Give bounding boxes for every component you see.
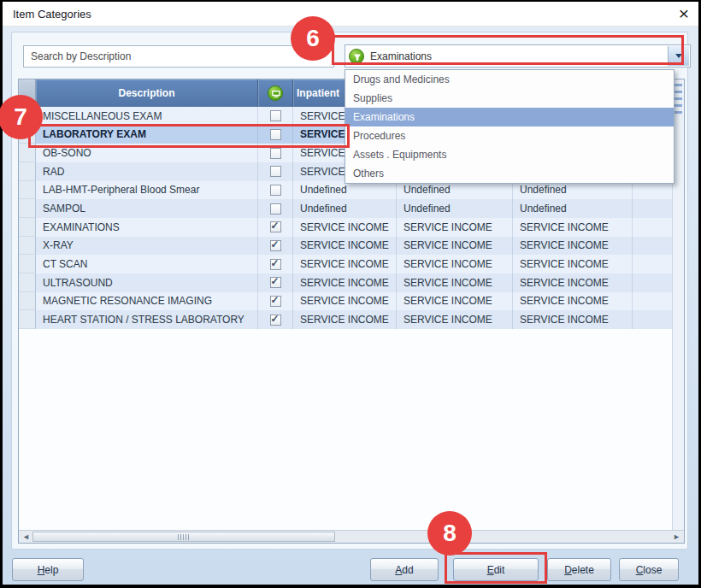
cell-checkbox[interactable] <box>258 199 293 218</box>
table-row[interactable]: ULTRASOUND SERVICE INCOME SERVICE INCOME… <box>19 273 674 292</box>
cell-empty <box>633 310 674 329</box>
vertical-scrollbar-thumb[interactable] <box>674 84 682 116</box>
table-row[interactable]: CT SCAN SERVICE INCOME SERVICE INCOME SE… <box>19 255 674 273</box>
cell-description[interactable]: SAMPOL <box>36 199 258 218</box>
cell-value[interactable]: SERVICE INCOME <box>397 310 513 329</box>
checkbox-icon[interactable] <box>270 166 281 177</box>
monitor-icon <box>268 85 283 101</box>
cell-description[interactable]: HEART STATION / STRESS LABORATORY <box>36 310 258 329</box>
cell-checkbox[interactable] <box>258 255 293 273</box>
checkbox-checked-icon[interactable] <box>270 277 281 288</box>
checkbox-checked-icon[interactable] <box>270 315 281 326</box>
cell-value[interactable]: SERVICE INCOME <box>397 255 513 273</box>
cell-empty <box>633 237 674 256</box>
cell-value[interactable]: SERVICE INCOME <box>397 218 513 237</box>
cell-description[interactable]: X-RAY <box>36 237 258 256</box>
scrollbar-grip-icon <box>178 534 190 540</box>
row-indicator <box>19 237 36 256</box>
row-indicator <box>19 255 36 273</box>
table-row[interactable]: EXAMINATIONS SERVICE INCOME SERVICE INCO… <box>19 218 674 237</box>
cell-description[interactable]: LAB-HMT-Peripheral Blood Smear <box>36 181 258 200</box>
row-indicator <box>19 199 36 218</box>
dropdown-option[interactable]: Others <box>345 164 674 183</box>
dropdown-option-selected[interactable]: Examinations <box>345 108 674 126</box>
cell-value[interactable]: SERVICE INCOME <box>397 237 513 256</box>
table-row[interactable]: HEART STATION / STRESS LABORATORY SERVIC… <box>19 310 674 329</box>
cell-value[interactable]: SERVICE INCOME <box>293 273 397 292</box>
table-row[interactable]: SAMPOL Undefined Undefined Undefined <box>19 199 674 218</box>
table-row[interactable]: X-RAY SERVICE INCOME SERVICE INCOME SERV… <box>19 237 674 256</box>
dialog-window: Item Categories × Examinations Descripti… <box>3 2 698 585</box>
checkbox-checked-icon[interactable] <box>270 221 281 232</box>
dropdown-option[interactable]: Supplies <box>345 89 674 108</box>
cell-description[interactable]: EXAMINATIONS <box>36 218 258 237</box>
row-indicator <box>19 162 36 181</box>
checkbox-icon[interactable] <box>270 185 281 196</box>
cell-value[interactable]: SERVICE INCOME <box>293 292 397 311</box>
cell-checkbox[interactable] <box>258 237 293 256</box>
annotation-box-selected-row <box>28 124 350 148</box>
cell-value[interactable]: SERVICE INCOME <box>513 273 633 292</box>
row-indicator <box>19 292 36 311</box>
callout-8: 8 <box>427 511 472 556</box>
header-description[interactable]: Description <box>36 79 258 107</box>
checkbox-checked-icon[interactable] <box>270 259 281 270</box>
edit-button[interactable]: Edit <box>453 558 539 581</box>
cell-description[interactable]: CT SCAN <box>36 255 258 273</box>
cell-value[interactable]: SERVICE INCOME <box>293 255 397 273</box>
cell-empty <box>633 273 674 292</box>
cell-description[interactable]: RAD <box>36 162 258 181</box>
cell-description[interactable]: MAGNETIC RESONANCE IMAGING <box>36 292 258 311</box>
cell-description[interactable]: ULTRASOUND <box>36 273 258 292</box>
cell-value[interactable]: SERVICE INCOME <box>513 237 633 256</box>
table-row[interactable]: MAGNETIC RESONANCE IMAGING SERVICE INCOM… <box>19 292 674 311</box>
close-button[interactable]: Close <box>619 558 679 581</box>
checkbox-icon[interactable] <box>270 110 281 121</box>
cell-value[interactable]: SERVICE INCOME <box>513 310 633 329</box>
cell-description[interactable]: MISCELLANEOUS EXAM <box>36 107 258 126</box>
title-bar: Item Categories × <box>3 2 698 26</box>
cell-value[interactable]: SERVICE INCOME <box>513 255 633 273</box>
callout-7: 7 <box>0 95 43 139</box>
cell-value[interactable]: SERVICE INCOME <box>397 273 513 292</box>
search-input[interactable] <box>23 45 334 68</box>
cell-checkbox[interactable] <box>258 181 293 200</box>
checkbox-icon[interactable] <box>270 148 281 159</box>
cell-empty <box>633 199 674 218</box>
dropdown-option[interactable]: Procedures <box>345 126 674 145</box>
cell-empty <box>633 218 674 237</box>
checkbox-checked-icon[interactable] <box>270 240 281 251</box>
horizontal-scrollbar[interactable]: ◄ ► <box>19 530 684 543</box>
cell-value[interactable]: SERVICE INCOME <box>513 292 633 311</box>
row-indicator <box>19 218 36 237</box>
help-button[interactable]: Help <box>12 558 84 581</box>
row-indicator <box>19 273 36 292</box>
window-title: Item Categories <box>13 8 91 21</box>
category-dropdown-list: Drugs and Medicines Supplies Examination… <box>345 69 674 184</box>
cell-value[interactable]: SERVICE INCOME <box>513 218 633 237</box>
delete-button[interactable]: Delete <box>547 558 611 581</box>
dropdown-option[interactable]: Drugs and Medicines <box>345 70 674 89</box>
cell-checkbox[interactable] <box>258 273 293 292</box>
header-checkbox-column[interactable] <box>258 79 293 107</box>
checkbox-icon[interactable] <box>270 203 281 215</box>
dropdown-option[interactable]: Assets . Equipments <box>345 145 674 164</box>
close-icon[interactable]: × <box>679 3 689 25</box>
scroll-left-icon[interactable]: ◄ <box>21 532 32 542</box>
cell-value[interactable]: Undefined <box>397 199 513 218</box>
cell-value[interactable]: SERVICE INCOME <box>397 292 513 311</box>
cell-value[interactable]: Undefined <box>513 199 633 218</box>
cell-checkbox[interactable] <box>258 292 293 311</box>
horizontal-scrollbar-thumb[interactable] <box>32 532 335 542</box>
cell-checkbox[interactable] <box>258 107 293 126</box>
cell-checkbox[interactable] <box>258 162 293 181</box>
cell-value[interactable]: SERVICE INCOME <box>293 237 397 256</box>
checkbox-checked-icon[interactable] <box>270 296 281 307</box>
cell-value[interactable]: SERVICE INCOME <box>293 218 397 237</box>
cell-checkbox[interactable] <box>258 218 293 237</box>
cell-value[interactable]: Undefined <box>293 199 397 218</box>
add-button[interactable]: Add <box>370 558 439 581</box>
scroll-right-icon[interactable]: ► <box>671 532 682 542</box>
cell-checkbox[interactable] <box>258 310 293 329</box>
cell-value[interactable]: SERVICE INCOME <box>293 310 397 329</box>
